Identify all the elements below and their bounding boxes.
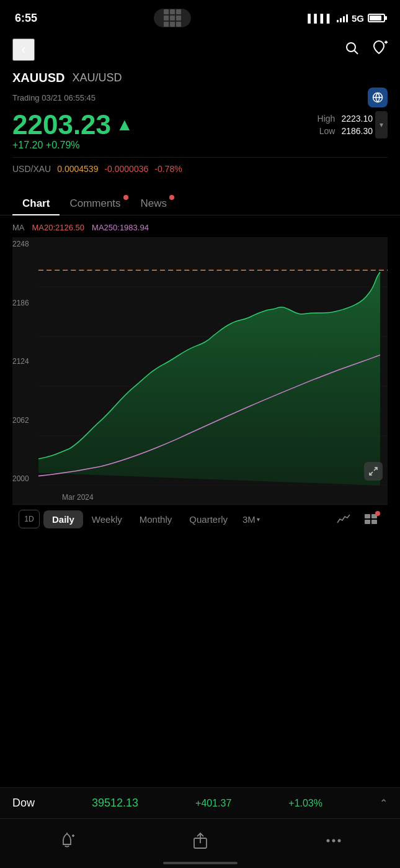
period-3m-button[interactable]: 3M ▾ xyxy=(236,510,266,528)
nav-icons xyxy=(344,40,388,59)
svg-point-27 xyxy=(332,839,335,842)
search-icon[interactable] xyxy=(344,40,359,59)
dropdown-arrow-icon: ▾ xyxy=(257,516,260,523)
tab-news[interactable]: News xyxy=(131,192,177,215)
svg-rect-15 xyxy=(365,514,370,518)
ticker-name: Dow xyxy=(12,797,35,810)
asset-header: XAUUSD XAU/USD Trading 03/21 06:55:45 22… xyxy=(0,68,400,188)
comments-dot xyxy=(123,195,128,200)
status-time: 6:55 xyxy=(15,12,37,25)
status-right: ▌▌▌▌ 5G xyxy=(308,13,385,24)
bottom-nav xyxy=(0,818,400,868)
period-daily-button[interactable]: Daily xyxy=(43,510,83,528)
high-low-panel: High 2223.10 Low 2186.30 xyxy=(318,111,373,136)
ticker-price: 39512.13 xyxy=(92,797,138,810)
ticker-change2: +1.03% xyxy=(288,798,322,809)
back-button[interactable]: ‹ xyxy=(12,38,35,61)
hl-expand-button[interactable]: ▾ xyxy=(375,111,388,138)
options-dot xyxy=(375,511,380,516)
tab-comments[interactable]: Comments xyxy=(60,192,130,215)
period-quarterly-button[interactable]: Quarterly xyxy=(180,510,236,528)
high-value: 2223.10 xyxy=(341,114,373,124)
globe-button[interactable] xyxy=(368,88,388,107)
activity-icon: ▌▌▌▌ xyxy=(308,14,333,23)
svg-point-0 xyxy=(347,43,355,52)
battery-icon xyxy=(368,14,385,22)
ma250-label: MA250:1983.94 xyxy=(92,223,149,232)
usd-xau-row: USD/XAU 0.0004539 -0.0000036 -0.78% xyxy=(12,157,388,180)
ma20-label: MA20:2126.50 xyxy=(32,223,85,232)
chart-type-button[interactable] xyxy=(333,510,354,528)
bottom-ticker: Dow 39512.13 +401.37 +1.03% ⌃ xyxy=(0,787,400,818)
svg-line-1 xyxy=(355,51,358,55)
more-options-button[interactable] xyxy=(360,510,381,528)
svg-point-26 xyxy=(326,839,329,842)
price-change: +17.20 +0.79% xyxy=(12,140,388,151)
period-monthly-button[interactable]: Monthly xyxy=(131,510,181,528)
chart-x-label: Mar 2024 xyxy=(62,493,94,502)
chart-container: 2248 2186 2124 2062 2000 xyxy=(12,237,388,504)
chart-section: MA MA20:2126.50 MA250:1983.94 2248 2186 … xyxy=(0,215,400,538)
chart-y-axis: 2248 2186 2124 2062 2000 xyxy=(12,237,38,486)
share-button[interactable] xyxy=(192,832,209,849)
network-label: 5G xyxy=(352,13,364,24)
period-1d-button[interactable]: 1D xyxy=(19,510,40,528)
tabs-bar: Chart Comments News xyxy=(0,188,400,215)
period-right-icons xyxy=(333,510,381,528)
status-center-icon xyxy=(154,9,191,27)
nav-header: ‹ xyxy=(0,34,400,68)
ticker-change1: +401.37 xyxy=(195,798,231,809)
tab-chart[interactable]: Chart xyxy=(12,192,60,215)
price-value: 2203.23 xyxy=(12,111,111,138)
ticker-expand-button[interactable]: ⌃ xyxy=(380,797,388,809)
signal-bars xyxy=(337,14,348,22)
asset-symbol: XAUUSD xyxy=(12,71,64,85)
home-indicator xyxy=(163,862,238,864)
chart-svg xyxy=(38,237,388,486)
period-weekly-button[interactable]: Weekly xyxy=(83,510,131,528)
expand-chart-button[interactable] xyxy=(364,462,383,481)
low-value: 2186.30 xyxy=(341,126,373,136)
asset-name: XAU/USD xyxy=(72,71,122,84)
svg-point-28 xyxy=(337,839,340,842)
alert-button[interactable] xyxy=(58,832,76,849)
status-bar: 6:55 ▌▌▌▌ 5G xyxy=(0,0,400,34)
trading-time: Trading 03/21 06:55:45 xyxy=(12,93,96,102)
price-up-icon: ▲ xyxy=(116,115,133,135)
news-dot xyxy=(169,195,174,200)
more-button[interactable] xyxy=(325,832,342,849)
period-bar: 1D Daily Weekly Monthly Quarterly 3M ▾ xyxy=(12,504,388,533)
svg-rect-18 xyxy=(371,520,377,524)
favorite-icon[interactable] xyxy=(371,40,388,59)
svg-rect-17 xyxy=(365,520,370,524)
chart-canvas xyxy=(38,237,388,486)
ma-legend: MA MA20:2126.50 MA250:1983.94 xyxy=(12,223,388,232)
